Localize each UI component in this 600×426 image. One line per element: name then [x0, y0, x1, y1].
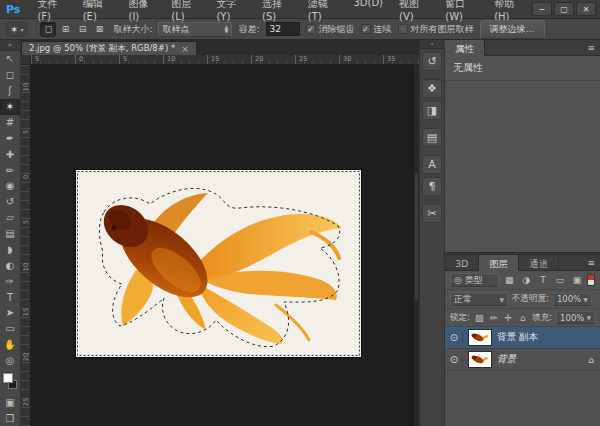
menu-type[interactable]: 文字(Y)	[209, 0, 253, 24]
title-bar: Ps 文件(F) 编辑(E) 图像(I) 图层(L) 文字(Y) 选择(S) 滤…	[0, 0, 600, 19]
marquee-tool[interactable]: ◻	[0, 67, 20, 83]
healing-brush-tool[interactable]: ✚	[0, 146, 20, 162]
panel-menu-icon[interactable]: ≡	[582, 258, 600, 268]
menu-file[interactable]: 文件(F)	[30, 0, 73, 24]
properties-panel: 属性 ≡ 无属性	[445, 40, 600, 252]
quick-mask-icon: ▣	[5, 397, 14, 408]
styles-panel-button[interactable]: ❖	[422, 79, 442, 98]
menu-filter[interactable]: 滤镜(T)	[301, 0, 345, 24]
tab-close-icon[interactable]: ×	[181, 44, 189, 54]
main-area: » ↖ ◻ ʃ ✶ # ✒ ✚ ✏ ◉ ↺ ▱ ▤ ◗ ◐ ✑ T ➤ ▭ ✋ …	[0, 40, 600, 426]
expand-panels-button[interactable]: «	[420, 40, 444, 49]
menu-edit[interactable]: 编辑(E)	[76, 0, 120, 24]
tool-presets-panel-button[interactable]: ✂	[422, 204, 442, 223]
menu-3d[interactable]: 3D(D)	[346, 0, 390, 24]
pen-tool[interactable]: ✑	[0, 273, 20, 289]
tab-layers[interactable]: 图层	[479, 255, 519, 271]
sample-size-dropdown[interactable]: 取样点 ▲▼	[158, 22, 232, 37]
foreground-color-swatch[interactable]	[3, 373, 13, 383]
screen-mode-button[interactable]: ❒	[0, 410, 20, 426]
blur-tool[interactable]: ◗	[0, 242, 20, 258]
filter-shape-layers-button[interactable]: ▭	[554, 273, 567, 287]
layer-row-background-copy[interactable]: ⊙ 背景 副本	[445, 327, 600, 349]
path-select-tool[interactable]: ➤	[0, 305, 20, 321]
adjustments-panel-button[interactable]: ◨	[422, 101, 442, 120]
contiguous-checkbox[interactable]: ✓ 连续	[361, 23, 392, 36]
styles-icon: ❖	[427, 82, 437, 95]
magic-wand-tool[interactable]: ✶	[0, 99, 20, 115]
tolerance-input[interactable]	[266, 22, 300, 36]
visibility-eye-icon[interactable]: ⊙	[449, 353, 463, 367]
sample-all-layers-checkbox[interactable]: 对所有图层取样	[398, 23, 474, 36]
marquee-icon: ◻	[6, 69, 14, 80]
menu-image[interactable]: 图像(I)	[121, 0, 162, 24]
canvas-scrollbar[interactable]	[413, 65, 419, 426]
maximize-button[interactable]: ▢	[554, 2, 574, 16]
scrollbar-thumb[interactable]	[415, 173, 418, 299]
gradient-tool[interactable]: ▤	[0, 226, 20, 242]
clone-stamp-tool[interactable]: ◉	[0, 178, 20, 194]
refine-edge-button[interactable]: 调整边缘…	[480, 20, 545, 39]
layer-thumbnail[interactable]	[468, 329, 492, 346]
dodge-tool[interactable]: ◐	[0, 257, 20, 273]
ruler-label: 25	[299, 55, 307, 63]
ruler-label: 10	[167, 55, 175, 63]
crop-tool[interactable]: #	[0, 115, 20, 131]
eyedropper-tool[interactable]: ✒	[0, 130, 20, 146]
tab-channels[interactable]: 通道	[519, 255, 559, 271]
minimize-button[interactable]: ─	[532, 2, 552, 16]
menu-select[interactable]: 选择(S)	[255, 0, 299, 24]
hand-tool[interactable]: ✋	[0, 337, 20, 353]
goldfish-image[interactable]	[76, 170, 361, 357]
zoom-tool[interactable]: ◎	[0, 353, 20, 369]
history-brush-tool[interactable]: ↺	[0, 194, 20, 210]
blend-mode-dropdown[interactable]: 正常 ▼	[450, 292, 508, 306]
history-panel-button[interactable]: ↺	[422, 52, 442, 71]
type-tool[interactable]: T	[0, 289, 20, 305]
layer-filter-toggle[interactable]	[587, 274, 595, 286]
layer-filter-dropdown[interactable]: ◎ 类型	[450, 273, 499, 287]
tab-properties[interactable]: 属性	[445, 40, 485, 56]
filter-smart-objects-button[interactable]: ▣	[571, 273, 584, 287]
filter-pixel-layers-button[interactable]: ▦	[503, 273, 516, 287]
intersect-selection-button[interactable]: ⊠	[91, 22, 107, 37]
shape-tool[interactable]: ▭	[0, 321, 20, 337]
tab-3d[interactable]: 3D	[445, 255, 479, 271]
eraser-tool[interactable]: ▱	[0, 210, 20, 226]
add-to-selection-button[interactable]: ⊞	[57, 22, 73, 37]
info-panel-button[interactable]: ▤	[422, 128, 442, 147]
new-selection-button[interactable]: ◻	[40, 22, 56, 37]
anti-alias-checkbox[interactable]: ✓ 消除锯齿	[306, 23, 355, 36]
layer-name[interactable]: 背景	[497, 353, 583, 366]
brush-tool[interactable]: ✏	[0, 162, 20, 178]
layer-row-background[interactable]: ⊙ 背景 ⌂	[445, 349, 600, 371]
lasso-tool[interactable]: ʃ	[0, 83, 20, 99]
pen-icon: ✑	[6, 276, 14, 287]
lock-transparent-pixels-button[interactable]: ▨	[474, 311, 485, 324]
layer-name[interactable]: 背景 副本	[497, 331, 596, 344]
layer-thumbnail[interactable]	[468, 351, 492, 368]
lock-position-button[interactable]: ✛	[503, 311, 514, 324]
paragraph-panel-button[interactable]: ¶	[422, 177, 442, 196]
visibility-eye-icon[interactable]: ⊙	[449, 331, 463, 345]
lock-image-pixels-button[interactable]: ✏	[488, 311, 499, 324]
opacity-field[interactable]: 100% ▼	[553, 293, 592, 306]
document-tab[interactable]: 2.jpg @ 50% (背景 副本, RGB/8#) * ×	[21, 41, 197, 55]
lock-all-button[interactable]: ⌂	[518, 311, 529, 324]
close-button[interactable]: ✕	[576, 2, 596, 16]
menu-window[interactable]: 窗口(W)	[438, 0, 485, 24]
move-tool[interactable]: ↖	[0, 51, 20, 67]
quick-mask-button[interactable]: ▣	[0, 394, 20, 410]
panel-menu-icon[interactable]: ≡	[582, 43, 600, 53]
character-panel-button[interactable]: A	[422, 155, 442, 174]
subtract-from-selection-button[interactable]: ⊟	[74, 22, 90, 37]
canvas[interactable]	[31, 65, 419, 426]
collapse-toolbar-button[interactable]: »	[0, 40, 20, 51]
menu-view[interactable]: 视图(V)	[392, 0, 436, 24]
tool-preset-picker[interactable]: ✶ ▾	[6, 22, 27, 37]
fill-field[interactable]: 100% ▼	[556, 311, 595, 324]
filter-adjustment-layers-button[interactable]: ◑	[520, 273, 533, 287]
filter-type-layers-button[interactable]: T	[537, 273, 550, 287]
menu-layer[interactable]: 图层(L)	[164, 0, 207, 24]
search-icon: ◎	[454, 275, 462, 285]
